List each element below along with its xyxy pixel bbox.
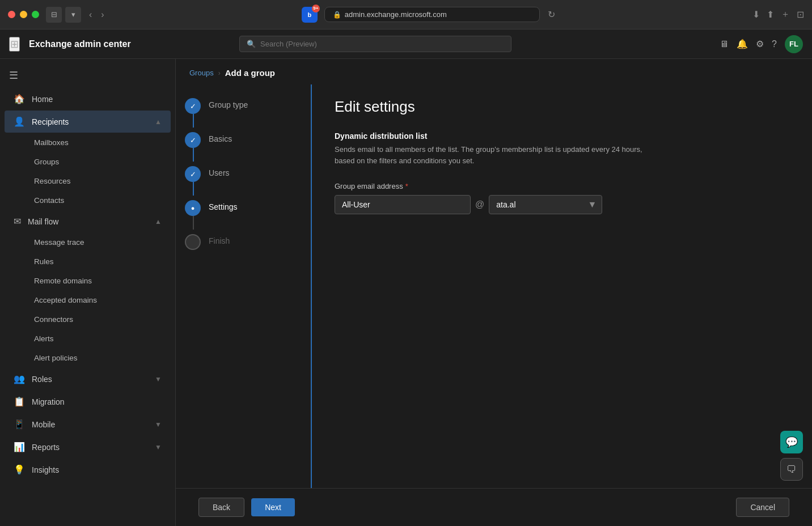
sidebar-item-resources-label: Resources <box>34 177 71 185</box>
mac-window-controls <box>8 11 39 18</box>
chat-float-btn[interactable]: 💬 <box>780 431 803 453</box>
sidebar: ☰ 🏠 Home 👤 Recipients ▲ Mailboxes Groups <box>0 59 176 526</box>
bitwarden-icon: b 9+ <box>302 7 318 23</box>
forward-btn[interactable]: › <box>98 7 107 22</box>
chevron-up-mailflow-icon: ▲ <box>155 218 162 226</box>
bell-icon-btn[interactable]: 🔔 <box>737 39 748 49</box>
sidebar-item-recipients[interactable]: 👤 Recipients ▲ <box>5 111 171 133</box>
newtab-btn[interactable]: ＋ <box>781 9 790 20</box>
reports-icon: 📊 <box>14 442 25 452</box>
app-grid-icon[interactable]: ⊞ <box>9 37 20 52</box>
sidebar-item-accepted-domains-label: Accepted domains <box>34 296 97 304</box>
sidebar-item-migration-label: Migration <box>32 397 162 406</box>
sidebar-item-contacts[interactable]: Contacts <box>29 191 171 210</box>
layout-toggle-btn[interactable]: ▾ <box>65 7 81 23</box>
migration-icon: 📋 <box>14 396 25 407</box>
sidebar-item-mailflow[interactable]: ✉ Mail flow ▲ <box>5 210 171 232</box>
sidebar-item-alert-policies-label: Alert policies <box>34 354 78 362</box>
step-users-icon: ✓ <box>185 166 201 182</box>
sidebar-item-mailboxes-label: Mailboxes <box>34 138 69 147</box>
sidebar-item-insights[interactable]: 💡 Insights <box>5 459 171 481</box>
back-btn[interactable]: ‹ <box>86 7 95 22</box>
sidebar-item-rules[interactable]: Rules <box>29 252 171 271</box>
mac-maximize-dot[interactable] <box>32 11 39 18</box>
step-users[interactable]: ✓ Users <box>185 166 302 182</box>
sidebar-item-groups[interactable]: Groups <box>29 152 171 171</box>
app-topbar: ⊞ Exchange admin center 🔍 🖥 🔔 ⚙ ? FL <box>0 29 812 59</box>
avatar-btn[interactable]: FL <box>785 35 803 53</box>
mailflow-submenu: Message trace Rules Remote domains Accep… <box>0 233 175 367</box>
recipients-icon: 👤 <box>14 116 25 127</box>
sidebar-right-btn[interactable]: ⊡ <box>797 9 804 20</box>
breadcrumb: Groups › Add a group <box>176 59 812 78</box>
sidebar-item-mobile[interactable]: 📱 Mobile ▼ <box>5 413 171 435</box>
sidebar-item-alerts[interactable]: Alerts <box>29 329 171 348</box>
breadcrumb-current: Add a group <box>225 68 275 78</box>
sidebar-item-connectors[interactable]: Connectors <box>29 310 171 329</box>
sidebar-item-home[interactable]: 🏠 Home <box>5 88 171 110</box>
help-icon-btn[interactable]: ? <box>772 39 777 49</box>
feedback-float-btn[interactable]: 🗨 <box>780 458 803 481</box>
sidebar-item-alert-policies[interactable]: Alert policies <box>29 349 171 367</box>
sidebar-item-resources[interactable]: Resources <box>29 172 171 190</box>
next-button[interactable]: Next <box>251 498 295 516</box>
sidebar-item-rules-label: Rules <box>34 257 54 266</box>
sidebar-item-mobile-label: Mobile <box>32 420 148 429</box>
gear-icon-btn[interactable]: ⚙ <box>756 39 764 49</box>
mac-minimize-dot[interactable] <box>20 11 27 18</box>
sidebar-toggle-btn[interactable]: ⊟ <box>46 7 62 23</box>
breadcrumb-parent[interactable]: Groups <box>189 69 214 77</box>
sidebar-item-reports-label: Reports <box>32 443 148 452</box>
steps-panel: ✓ Group type ✓ Basics ✓ Users <box>176 84 312 488</box>
mac-sidebar-controls: ⊟ ▾ <box>46 7 81 23</box>
sidebar-toggle[interactable]: ☰ <box>0 63 27 87</box>
share-btn[interactable]: ⬆ <box>767 9 774 20</box>
wizard-container: ✓ Group type ✓ Basics ✓ Users <box>176 84 812 488</box>
step-finish[interactable]: Finish <box>185 234 302 250</box>
step-settings[interactable]: ● Settings <box>185 200 302 216</box>
roles-icon: 👥 <box>14 374 25 384</box>
sidebar-item-insights-label: Insights <box>32 465 162 474</box>
cancel-button[interactable]: Cancel <box>736 498 789 517</box>
step-basics-label: Basics <box>209 132 232 143</box>
download-btn[interactable]: ⬇ <box>752 9 760 20</box>
step-finish-label: Finish <box>209 234 230 245</box>
reload-btn[interactable]: ↻ <box>544 7 559 22</box>
chevron-down-mobile-icon: ▼ <box>155 421 162 429</box>
email-label-text: Group email address <box>335 182 403 190</box>
chevron-down-reports-icon: ▼ <box>155 443 162 451</box>
sidebar-item-roles[interactable]: 👥 Roles ▼ <box>5 368 171 390</box>
email-form-group: Group email address * @ ata.al ▼ <box>335 182 789 214</box>
domain-select-wrapper: ata.al ▼ <box>489 195 602 214</box>
domain-select[interactable]: ata.al <box>489 195 602 214</box>
sidebar-item-remote-domains[interactable]: Remote domains <box>29 272 171 290</box>
sidebar-item-remote-domains-label: Remote domains <box>34 277 92 285</box>
step-group-type[interactable]: ✓ Group type <box>185 98 302 114</box>
main-panel: Groups › Add a group ✓ Group type ✓ Basi… <box>176 59 812 526</box>
search-wrapper: 🔍 <box>239 36 511 52</box>
action-bar: Back Next Cancel <box>176 488 812 526</box>
monitor-icon-btn[interactable]: 🖥 <box>720 39 729 49</box>
insights-icon: 💡 <box>14 464 25 475</box>
step-basics[interactable]: ✓ Basics <box>185 132 302 148</box>
search-input[interactable] <box>260 40 504 48</box>
address-bar: b 9+ 🔒 admin.exchange.microsoft.com ↻ <box>130 7 730 23</box>
app-title: Exchange admin center <box>29 39 131 49</box>
url-input[interactable]: 🔒 admin.exchange.microsoft.com <box>324 7 540 22</box>
mac-close-dot[interactable] <box>8 11 15 18</box>
back-button[interactable]: Back <box>198 498 244 517</box>
step-settings-icon: ● <box>185 200 201 216</box>
sidebar-item-reports[interactable]: 📊 Reports ▼ <box>5 436 171 458</box>
step-group-type-label: Group type <box>209 98 248 109</box>
step-finish-icon <box>185 234 201 250</box>
mac-toolbar-right: ⬇ ⬆ ＋ ⊡ <box>752 9 804 20</box>
breadcrumb-separator: › <box>218 69 221 77</box>
mailflow-icon: ✉ <box>14 216 21 227</box>
sidebar-item-migration[interactable]: 📋 Migration <box>5 391 171 413</box>
mac-titlebar: ⊟ ▾ ‹ › b 9+ 🔒 admin.exchange.microsoft.… <box>0 0 812 29</box>
sidebar-item-mailboxes[interactable]: Mailboxes <box>29 133 171 152</box>
step-users-label: Users <box>209 166 230 177</box>
sidebar-item-message-trace[interactable]: Message trace <box>29 233 171 252</box>
email-input[interactable] <box>335 195 471 214</box>
sidebar-item-accepted-domains[interactable]: Accepted domains <box>29 291 171 309</box>
